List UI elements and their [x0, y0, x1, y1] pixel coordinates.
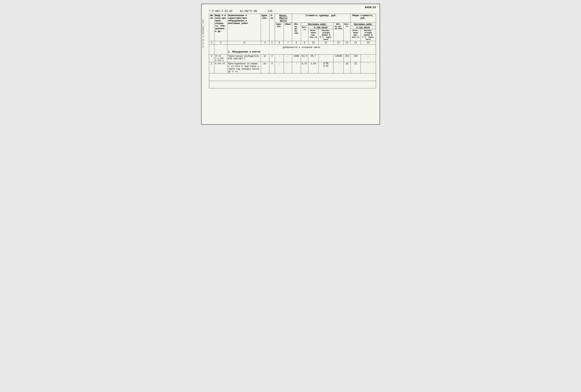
- row2-name: Присоединение эл.машин к эл.сети и подгт…: [227, 62, 261, 73]
- doc-number: 8459/15: [209, 6, 376, 9]
- cn-7: 7: [284, 41, 292, 45]
- cn-10: IO: [308, 41, 318, 45]
- th-qty: К-во: [269, 14, 275, 41]
- row2-qty: 4: [269, 62, 275, 73]
- cn-5: 5: [269, 41, 275, 45]
- section-num-cell: [209, 45, 214, 54]
- row1-code: I5-02 п.2-592 8-IO5-5: [214, 54, 227, 62]
- row1-num: I: [209, 54, 214, 62]
- cn-4: 4: [261, 41, 269, 45]
- cn-1: I: [209, 41, 214, 45]
- th-mass-total: Общая: [284, 23, 292, 41]
- row2-grand-total: I8: [344, 62, 350, 73]
- side-text: Гм лл.43 гр.500хмм64 (434): [202, 19, 204, 48]
- th-intom-total-header: в том числе: [350, 26, 376, 29]
- section-header-text: Добавляется к основной смете I. Оборудов…: [227, 45, 376, 54]
- empty-row-2: [209, 81, 376, 88]
- cn-9: 9: [301, 41, 308, 45]
- row2-unit: шт: [261, 62, 269, 73]
- th-unit: Един. изм.: [261, 14, 269, 41]
- cn-15: I5: [361, 41, 376, 45]
- document-page: Гм лл.43 гр.500хмм64 (434) 8459/15 Т.П.9…: [201, 4, 380, 125]
- cn-6: 6: [275, 41, 284, 45]
- row2-labor-main-total: I2: [350, 62, 361, 73]
- th-equip-cost: Обо-ру-до-ва-ния: [292, 23, 301, 41]
- row2-num: 2: [209, 62, 214, 73]
- row1-mass-unit: –: [275, 54, 284, 62]
- th-montaj-total: Монтажных работ: [350, 23, 376, 26]
- th-labor-all: Все-го: [301, 26, 308, 41]
- th-mass-header: Масса, брутто нетто: [275, 14, 292, 23]
- th-main-salary-total: Осно-вная зар-пла-та: [350, 29, 361, 41]
- header-code1: Т.П.90I-I-32.83: [209, 10, 232, 13]
- th-grand-total: Все-го: [344, 23, 350, 41]
- row1-unit: шт: [261, 54, 269, 62]
- table-row: I I5-02 п.2-592 8-IO5-5 Тиристорные возб…: [209, 54, 376, 62]
- row2-total-cost: 4,57: [301, 62, 308, 73]
- th-equip-total: Обо-ру-до-ва-ния: [334, 23, 344, 41]
- cn-14: I4: [350, 41, 361, 45]
- row2-equip-cost: –: [292, 62, 301, 73]
- th-code: Шифр и № пози-ции прей-скуран-та, УСН, ц…: [214, 14, 227, 41]
- th-total-cost-header: Общая стоимость, руб.: [350, 14, 376, 23]
- section-code-cell: [214, 45, 227, 54]
- row1-labor-exp-total: –: [361, 54, 376, 62]
- row1-equip-cost: 3400: [292, 54, 301, 62]
- row2-labor-exp-total: –: [361, 62, 376, 73]
- header-code2: Ал.УШ/ТУ.8Б: [240, 10, 257, 13]
- row1-labor-main-total: I99: [350, 54, 361, 62]
- row1-labor-exp: –: [318, 54, 334, 62]
- cn-8: 8: [292, 41, 301, 45]
- th-machine-exp: Эксплу-атация машин В Т.Ч. зарп-лата: [318, 29, 334, 41]
- cn-3: /3: [227, 41, 261, 45]
- row1-qty: 4: [269, 54, 275, 62]
- th-num: №№ пп: [209, 14, 214, 41]
- row2-mass-total: –: [284, 62, 292, 73]
- row1-labor-main: 49,7: [308, 54, 318, 62]
- table-row: 2 8-48I-25 Присоединение эл.машин к эл.с…: [209, 62, 376, 73]
- th-unit-cost-header: Стоимость единицы, руб.: [292, 14, 350, 23]
- column-numbers-row: I 2 /3 4 5 6 7 8 9 IO II I2 I3 I4 I5: [209, 41, 376, 45]
- empty-row: [209, 73, 376, 81]
- row1-name: Тиристорные возбудители ВТЕ-200/48Т-I: [227, 54, 261, 62]
- th-machine-exp-total: Эксплу-атация машин В Т.Ч. зарп-лата: [361, 29, 376, 41]
- row2-mass-unit: –: [275, 62, 284, 73]
- header-row-1: №№ пп Шифр и № пози-ции прей-скуран-та, …: [209, 14, 376, 23]
- header-line: Т.П.90I-I-32.83 Ал.УШ/ТУ.8Б - I45 -: [209, 10, 376, 13]
- row2-code: 8-48I-25: [214, 62, 227, 73]
- th-intom-header: в том числе: [308, 26, 334, 29]
- row2-labor-main: 3,03: [308, 62, 318, 73]
- cn-12: I2: [334, 41, 344, 45]
- row1-grand-total: 254: [344, 54, 350, 62]
- section-header-row: Добавляется к основной смете I. Оборудов…: [209, 45, 376, 54]
- cn-13: I3: [344, 41, 350, 45]
- th-montaj-cost: Монтажных работ: [301, 23, 334, 26]
- cn-11: II: [318, 41, 334, 45]
- row1-equip-total: I3600: [334, 54, 344, 62]
- th-mass-unit: Един. изм.: [275, 23, 284, 41]
- row1-mass-total: –: [284, 54, 292, 62]
- header-code3: - I45 -: [264, 10, 276, 13]
- row2-labor-exp: 0,05 0,OI: [318, 62, 334, 73]
- th-name: Наименование и характеристика оборудован…: [227, 14, 261, 41]
- row1-total-cost: 63,5: [301, 54, 308, 62]
- main-table: №№ пп Шифр и № пози-ции прей-скуран-та, …: [209, 14, 376, 88]
- row2-equip-total: –: [334, 62, 344, 73]
- cn-2: 2: [214, 41, 227, 45]
- th-main-salary: Осно-вная зар-пла-та: [308, 29, 318, 41]
